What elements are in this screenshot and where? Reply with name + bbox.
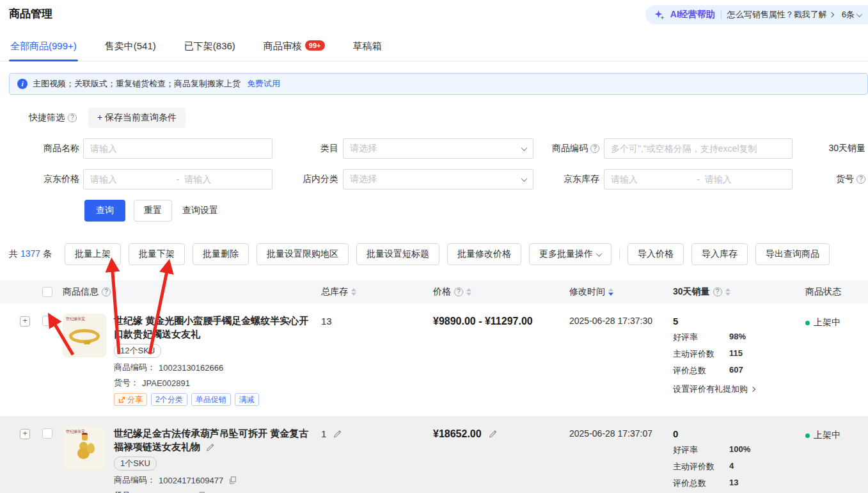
help-icon[interactable] (102, 287, 111, 296)
sales-cell: 0 好评率100% 主动评价数4 评价总数13 设置评价有礼提加购 (673, 426, 805, 493)
product-code: 商品编码：10023130162666 (114, 362, 223, 373)
col-total-stock[interactable]: 总库存 (321, 286, 433, 298)
promo-tag[interactable]: 单品促销 (191, 393, 231, 406)
expand-button[interactable] (20, 429, 30, 439)
chevron-down-icon (596, 250, 602, 257)
col-modified-time[interactable]: 修改时间 (569, 286, 673, 298)
product-name-input[interactable] (83, 138, 272, 159)
search-button[interactable]: 查询 (84, 200, 125, 222)
save-query-button[interactable]: + 保存当前查询条件 (88, 108, 185, 128)
filter-row-2: 京东价格 - 店内分类 请选择 京东库存 - 货号 (0, 169, 868, 190)
col-price[interactable]: 价格 (433, 286, 569, 298)
sales-count: 0 (673, 428, 805, 439)
product-cell: 世纪缘珠宝 世纪缘足金古法传承葫芦吊坠可拆开 黄金复古福禄项链送女友礼物 1个S… (59, 426, 321, 493)
help-icon[interactable] (713, 287, 722, 296)
review-count-badge: 99+ (305, 40, 325, 51)
product-title[interactable]: 世纪缘 黄金光圈小蛮腰手镯足金螺纹半实心开口款贵妃镯送女友礼 (114, 314, 317, 341)
status-dot (805, 321, 810, 325)
item-no-filter-label: 货号 (793, 174, 868, 185)
import-stock-button[interactable]: 导入库存 (691, 243, 748, 265)
batch-price-button[interactable]: 批量修改价格 (447, 243, 521, 265)
jd-price-max-input[interactable] (184, 174, 265, 184)
notice-text: 主图视频；关联版式；重复铺货检查；商品复制搬家上货 (33, 78, 241, 90)
expand-button[interactable] (20, 316, 30, 327)
total-count: 共 1377 条 (9, 248, 52, 260)
tabs-bar: 全部商品(999+) 售卖中(541) 已下架(836) 商品审核99+ 草稿箱 (0, 35, 868, 61)
sort-icon (351, 288, 356, 296)
tab-drafts[interactable]: 草稿箱 (352, 35, 383, 61)
jd-stock-min-input[interactable] (611, 174, 691, 184)
batch-toolbar: 共 1377 条 批量上架 批量下架 批量删除 批量设置限购地区 批量设置短标题… (9, 243, 859, 265)
free-trial-link[interactable]: 免费试用 (247, 78, 280, 90)
import-price-button[interactable]: 导入价格 (627, 243, 684, 265)
product-image[interactable]: 世纪缘珠宝 (63, 314, 106, 357)
jd-stock-max-input[interactable] (705, 174, 785, 184)
row-checkbox[interactable] (42, 428, 52, 439)
edit-stock-icon[interactable] (333, 430, 342, 439)
tab-product-review[interactable]: 商品审核99+ (262, 35, 326, 61)
tab-all-products[interactable]: 全部商品(999+) (9, 35, 78, 61)
batch-delete-button[interactable]: 批量删除 (193, 243, 249, 265)
filter-actions: 查询 重置 查询设置 (84, 200, 868, 222)
table-row: 世纪缘珠宝 世纪缘足金古法传承葫芦吊坠可拆开 黄金复古福禄项链送女友礼物 1个S… (0, 416, 868, 493)
help-icon[interactable] (454, 287, 463, 296)
table-header: 商品信息 总库存 价格 修改时间 30天销量 商品状态 (0, 280, 868, 303)
more-batch-button[interactable]: 更多批量操作 (529, 243, 612, 265)
category-select[interactable]: 请选择 (343, 138, 533, 159)
tab-on-sale[interactable]: 售卖中(541) (104, 35, 157, 61)
product-title[interactable]: 世纪缘足金古法传承葫芦吊坠可拆开 黄金复古福禄项链送女友礼物 (114, 426, 317, 453)
chevron-down-icon (521, 175, 528, 182)
batch-region-limit-button[interactable]: 批量设置限购地区 (256, 243, 349, 265)
export-products-button[interactable]: 导出查询商品 (755, 243, 830, 265)
product-code-input[interactable] (604, 138, 793, 159)
help-icon[interactable] (856, 175, 865, 184)
row-checkbox[interactable] (42, 316, 52, 326)
divider (619, 249, 620, 259)
batch-short-title-button[interactable]: 批量设置短标题 (356, 243, 439, 265)
discount-tag[interactable]: 满减 (235, 393, 259, 406)
divider (721, 10, 722, 19)
sparkle-icon (654, 10, 665, 20)
store-category-select[interactable]: 请选择 (343, 169, 533, 190)
batch-onshelf-button[interactable]: 批量上架 (65, 243, 121, 265)
sku-count-badge[interactable]: 12个SKU (114, 344, 161, 358)
price-value: ¥9890.00 - ¥11297.00 (433, 314, 569, 327)
sales-30d-filter-label: 30天销量 (793, 143, 868, 154)
ai-question-link[interactable]: 怎么写销售属性？戳我了解 (727, 9, 833, 20)
product-code-label: 商品编码 (533, 143, 604, 154)
filter-row-1: 商品名称 类目 请选择 商品编码 30天销量 (0, 138, 868, 159)
stock-value: 1 (321, 426, 433, 439)
copy-icon[interactable] (229, 476, 237, 484)
price-value: ¥18652.00 (433, 426, 569, 440)
query-settings-link[interactable]: 查询设置 (182, 205, 218, 216)
sku-count-badge[interactable]: 1个SKU (114, 457, 157, 471)
store-category-label: 店内分类 (272, 174, 343, 185)
notice-banner: 主图视频；关联版式；重复铺货检查；商品复制搬家上货 免费试用 (9, 73, 868, 95)
chevron-right-icon (750, 387, 755, 392)
help-icon[interactable] (68, 113, 77, 122)
share-tag[interactable]: 分享 (114, 393, 147, 406)
product-table: 商品信息 总库存 价格 修改时间 30天销量 商品状态 (0, 280, 868, 493)
ai-count-dropdown[interactable]: 6条 (842, 9, 862, 20)
select-all-checkbox[interactable] (42, 287, 52, 297)
category-count-tag[interactable]: 2个分类 (151, 393, 187, 406)
tab-off-shelf[interactable]: 已下架(836) (183, 35, 237, 61)
help-icon[interactable] (590, 144, 599, 153)
stock-value: 13 (321, 314, 433, 327)
jd-price-range: - (83, 169, 272, 190)
batch-offshelf-button[interactable]: 批量下架 (129, 243, 185, 265)
ai-assistant-label[interactable]: AI经营帮助 (670, 9, 715, 20)
jd-price-min-input[interactable] (90, 174, 171, 184)
review-gift-link[interactable]: 设置评价有礼提加购 (673, 384, 805, 395)
item-no: 货号：JPAE002891 (114, 377, 190, 389)
edit-title-icon[interactable] (205, 443, 214, 452)
product-name-label: 商品名称 (0, 143, 83, 154)
edit-price-icon[interactable] (488, 430, 497, 439)
col-sales-30d[interactable]: 30天销量 (673, 286, 805, 298)
quick-filter-row: 快捷筛选 + 保存当前查询条件 (29, 108, 868, 128)
reset-button[interactable]: 重置 (134, 200, 172, 222)
product-image[interactable]: 世纪缘珠宝 (63, 426, 106, 470)
sort-icon (466, 288, 471, 296)
sort-icon-active (608, 288, 613, 296)
chevron-right-icon (829, 12, 834, 17)
